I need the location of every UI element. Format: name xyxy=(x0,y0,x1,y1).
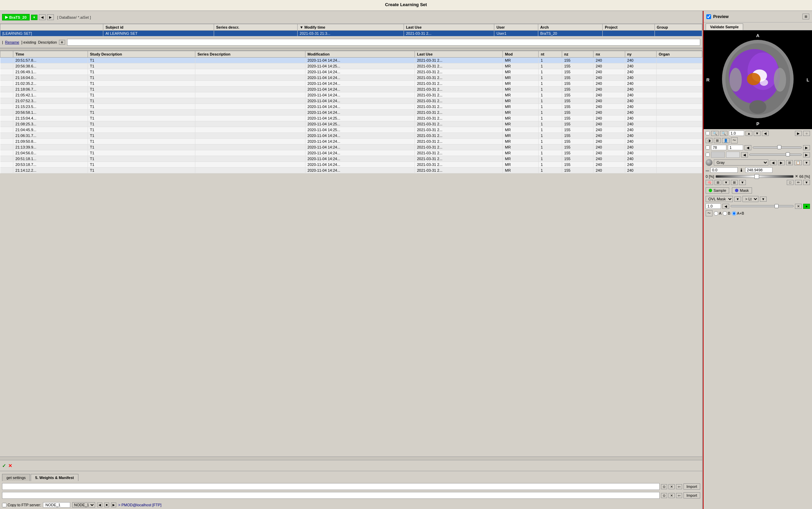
series-table-row[interactable]: 21:18:06.7...T12020-11-04 14:24...2021-0… xyxy=(0,87,702,92)
sample-button[interactable]: Sample xyxy=(706,187,729,194)
series-table-row[interactable]: 21:04:45.9...T12020-11-04 14:25...2021-0… xyxy=(0,127,702,133)
ftp-node-input[interactable] xyxy=(43,502,70,508)
overlay-dropdown-button[interactable]: ▼ xyxy=(739,180,746,185)
import-button-2[interactable]: Import xyxy=(683,492,700,498)
mask-button[interactable]: Mask xyxy=(732,187,752,194)
colormap-paste-button[interactable]: 📋 xyxy=(794,160,802,165)
import-arr-btn-1[interactable]: ⇦ xyxy=(676,484,682,489)
import-icon-btn-2a[interactable]: ⊙ xyxy=(661,493,667,498)
secondary-prev-button[interactable]: ◀ xyxy=(741,152,748,157)
ftp-checkbox[interactable] xyxy=(2,503,6,507)
ftp-next-button[interactable]: ▶ xyxy=(111,503,116,507)
series-table-row[interactable]: 21:04:56.0...T12020-11-04 14:24...2021-0… xyxy=(0,150,702,156)
view-mode-grid-button[interactable]: ⊞ xyxy=(714,138,721,143)
secondary-checkbox[interactable] xyxy=(706,153,710,157)
colormap-select[interactable]: Gray Rainbow Hot xyxy=(714,159,768,166)
intensity-input[interactable] xyxy=(710,167,738,173)
tab-validate-sample[interactable]: Validate Sample xyxy=(706,24,743,30)
slice-prev-button[interactable]: ◀ xyxy=(745,145,751,150)
zoom-down-button[interactable]: ▼ xyxy=(754,131,761,136)
brain-view-button[interactable]: 🧠 xyxy=(706,180,713,185)
series-table-row[interactable]: 21:06:31.7...T12020-11-04 14:24...2021-0… xyxy=(0,133,702,139)
color-ball[interactable] xyxy=(706,159,712,166)
dropdown-arrow-button[interactable]: ▼ xyxy=(31,15,37,20)
tab-get-settings[interactable]: get settings xyxy=(2,474,30,481)
series-table-row[interactable]: 21:15:04.4...T12020-11-04 14:25...2021-0… xyxy=(0,115,702,121)
ovl-next-button[interactable]: ● xyxy=(803,204,810,209)
wave-icon-button[interactable]: 〜 xyxy=(706,210,712,216)
series-table-row[interactable]: 20:56:38.6...T12020-11-04 14:25...2021-0… xyxy=(0,63,702,69)
colormap-next-button[interactable]: ▶ xyxy=(778,160,785,165)
ftp-stop-button[interactable]: ■ xyxy=(104,503,109,507)
zoom-prev-button[interactable]: ◀ xyxy=(762,131,769,136)
view-mode-wave-button[interactable]: 〜 xyxy=(731,137,738,143)
series-table-row[interactable]: 21:06:49.1...T12020-11-04 14:24...2021-0… xyxy=(0,69,702,75)
close-status-button[interactable]: ✕ xyxy=(8,463,12,468)
zoom-in-button[interactable]: 🔍 xyxy=(720,131,727,136)
grid-view-button[interactable]: ⊞ xyxy=(715,180,721,185)
play-button[interactable]: ▶ BraTS_20 xyxy=(2,14,30,20)
view-mode-contrast-button[interactable]: ◑ xyxy=(706,138,712,143)
series-table-row[interactable]: 20:51:18.1...T12020-11-04 14:24...2021-0… xyxy=(0,156,702,162)
zoom-input[interactable] xyxy=(729,130,744,136)
series-table-container[interactable]: Time Study Description Series Descriptio… xyxy=(0,51,702,457)
range-thumb[interactable] xyxy=(754,174,759,179)
series-table-row[interactable]: 20:51:57.8...T12020-11-04 14:24...2021-0… xyxy=(0,58,702,63)
roi-dropdown-button[interactable]: ▼ xyxy=(803,180,810,185)
import-arr-btn-2[interactable]: ⇦ xyxy=(676,493,682,498)
ovl-mask-select[interactable]: OVL Mask xyxy=(706,196,733,202)
import-button-1[interactable]: Import xyxy=(683,483,700,490)
radio-aplusb[interactable] xyxy=(732,211,736,216)
colormap-prev-button[interactable]: ◀ xyxy=(770,160,777,165)
series-table-row[interactable]: 21:09:50.8...T12020-11-04 14:24...2021-0… xyxy=(0,139,702,144)
view-mode-person-button[interactable]: 👤 xyxy=(722,138,730,143)
ovl-prev-button[interactable]: ◀ xyxy=(722,204,729,209)
roi-draw-button[interactable]: ✏ xyxy=(795,180,802,185)
slice-slider-track[interactable] xyxy=(753,146,802,149)
radio-a[interactable] xyxy=(714,211,718,216)
series-table-row[interactable]: 20:53:18.7...T12020-11-04 14:24...2021-0… xyxy=(0,162,702,168)
zoom-next-button[interactable]: ▶ xyxy=(795,131,802,136)
radio-b[interactable] xyxy=(723,211,727,216)
series-table-row[interactable]: 21:16:04.0...T12020-11-04 14:24...2021-0… xyxy=(0,75,702,81)
slice-input[interactable] xyxy=(711,145,726,150)
import-icon-btn-1a[interactable]: ⊙ xyxy=(661,484,667,489)
ovl-mask-dropdown[interactable]: ▼ xyxy=(734,197,741,202)
slice-slider-thumb[interactable] xyxy=(777,145,781,149)
slice-checkbox[interactable] xyxy=(706,145,710,150)
secondary-next-button[interactable]: ▶ xyxy=(803,152,810,157)
series-table-row[interactable]: 21:13:39.9...T12020-11-04 14:24...2021-0… xyxy=(0,144,702,150)
series-table-row[interactable]: 21:02:35.2...T12020-11-04 14:24...2021-0… xyxy=(0,81,702,87)
colormap-dropdown-button[interactable]: ▼ xyxy=(803,160,810,165)
ovl-value-input[interactable] xyxy=(706,203,721,209)
grid-dropdown-button[interactable]: ▼ xyxy=(723,180,730,185)
ftp-node-select[interactable]: NODE_1 xyxy=(72,502,95,508)
series-table-row[interactable]: 21:15:23.5...T12020-11-04 14:24...2021-0… xyxy=(0,104,702,110)
zoom-up-button[interactable]: ▲ xyxy=(746,131,752,136)
secondary-slider-track[interactable] xyxy=(749,154,802,156)
close-range-icon[interactable]: ✕ xyxy=(795,174,798,179)
gt-select[interactable]: > Lt xyxy=(742,196,758,202)
zoom-checkbox[interactable] xyxy=(706,131,710,135)
horizontal-scrollbar[interactable] xyxy=(0,457,702,460)
import-close-btn-2[interactable]: ✕ xyxy=(668,493,675,498)
ovl-slider[interactable] xyxy=(731,205,794,207)
series-table-row[interactable]: 21:14:12.2...T12020-11-04 14:24...2021-0… xyxy=(0,168,702,173)
import-input-2[interactable] xyxy=(2,492,660,499)
series-table-row[interactable]: 20:56:58.1...T12020-11-04 14:24...2021-0… xyxy=(0,110,702,115)
ovl-slider-thumb[interactable] xyxy=(775,204,779,208)
ftp-prev-button[interactable]: ◀ xyxy=(97,503,102,507)
preview-dock-button[interactable]: ⊞ xyxy=(802,14,809,19)
next-button[interactable]: ▶ xyxy=(47,14,54,20)
series-table-row[interactable]: 21:05:42.1...T12020-11-04 14:24...2021-0… xyxy=(0,92,702,98)
max-value-input[interactable] xyxy=(745,167,772,173)
zoom-out-button[interactable]: 🔍 xyxy=(711,131,719,136)
ovl-close-button[interactable]: ✕ xyxy=(795,204,802,209)
description-input[interactable] xyxy=(67,39,700,46)
rename-button[interactable]: Rename xyxy=(5,40,19,44)
series-table-row[interactable]: 21:08:25.3...T12020-11-04 14:25...2021-0… xyxy=(0,121,702,127)
tab-weights-manifest[interactable]: 5. Weights & Manifest xyxy=(31,474,78,481)
import-close-btn-1[interactable]: ✕ xyxy=(668,484,675,489)
gt-dropdown[interactable]: ▼ xyxy=(760,197,767,202)
description-icon-button[interactable]: ⊕ xyxy=(59,40,65,45)
